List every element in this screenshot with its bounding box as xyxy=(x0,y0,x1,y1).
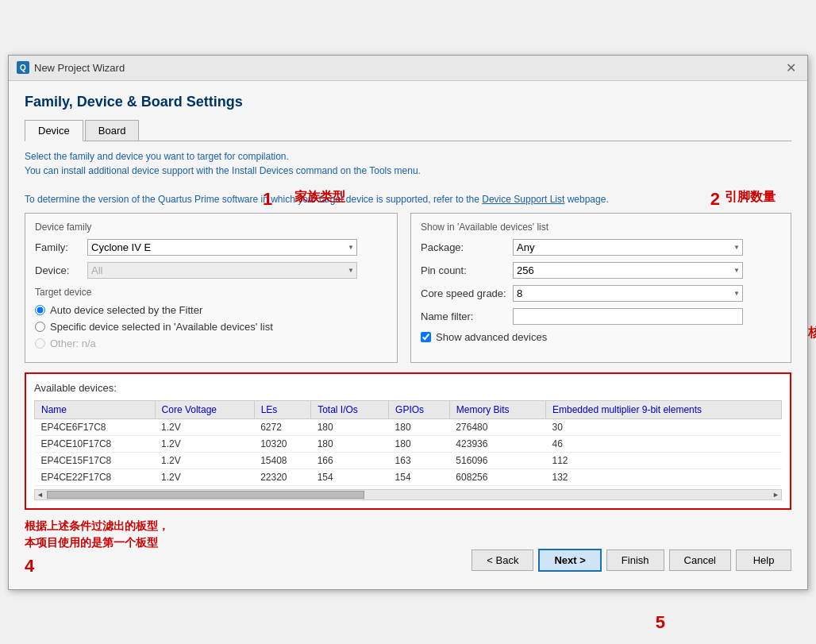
radio-auto-label: Auto device selected by the Fitter xyxy=(50,304,202,316)
family-field-row: Family: Cyclone IV E xyxy=(35,239,387,256)
annotation-1: 1 xyxy=(263,189,272,210)
device-label: Device: xyxy=(35,264,83,276)
col-core-voltage[interactable]: Core Voltage xyxy=(155,400,254,418)
tab-board[interactable]: Board xyxy=(85,120,140,141)
device-field-row: Device: All xyxy=(35,262,387,279)
table-row[interactable]: EP4CE6F17C8 1.2V 6272 180 180 276480 30 xyxy=(35,418,782,435)
app-icon: Q xyxy=(17,61,29,74)
radio-specific-input[interactable] xyxy=(35,322,45,332)
cell-core-voltage: 1.2V xyxy=(155,452,254,469)
table-row[interactable]: EP4CE10F17C8 1.2V 10320 180 180 423936 4… xyxy=(35,435,782,452)
cell-name: EP4CE15F17C8 xyxy=(35,452,156,469)
family-select[interactable]: Cyclone IV E xyxy=(87,239,357,256)
cell-gpios: 163 xyxy=(389,452,450,469)
device-table: Name Core Voltage LEs Total I/Os GPIOs M… xyxy=(34,400,782,486)
scroll-thumb[interactable] xyxy=(47,491,364,499)
page-title: Family, Device & Board Settings xyxy=(25,94,791,110)
tab-bar: Device Board xyxy=(25,120,791,141)
radio-other: Other: n/a xyxy=(35,337,387,349)
button-row: < Back Next > Finish Cancel Help xyxy=(472,544,791,577)
col-total-ios[interactable]: Total I/Os xyxy=(311,400,389,418)
device-select: All xyxy=(87,262,357,279)
main-window: Q New Project Wizard ✕ Family, Device & … xyxy=(8,55,808,590)
cell-total-ios: 180 xyxy=(311,418,389,435)
device-family-label: Device family xyxy=(35,222,387,233)
package-select[interactable]: Any xyxy=(513,239,743,256)
info-text-block: Select the family and device you want to… xyxy=(25,149,791,206)
bottom-note-line1: 根据上述条件过滤出的板型， xyxy=(25,519,169,532)
show-advanced-checkbox[interactable] xyxy=(421,332,431,342)
cancel-button[interactable]: Cancel xyxy=(669,550,731,571)
show-in-list-label: Show in 'Available devices' list xyxy=(421,222,781,233)
info-line-4-pre: To determine the version of the Quartus … xyxy=(25,194,482,205)
radio-specific: Specific device selected in 'Available d… xyxy=(35,321,387,333)
tab-device[interactable]: Device xyxy=(25,120,83,141)
radio-other-input xyxy=(35,338,45,349)
close-button[interactable]: ✕ xyxy=(783,60,799,75)
radio-group: Auto device selected by the Fitter Speci… xyxy=(35,304,387,349)
annotation-4: 4 xyxy=(25,556,34,577)
cell-embedded-mult: 30 xyxy=(546,418,782,435)
device-support-link[interactable]: Device Support List xyxy=(482,194,564,205)
col-name[interactable]: Name xyxy=(35,400,156,418)
annotation-label-1: 家族类型 xyxy=(294,189,345,206)
table-row[interactable]: EP4CE15F17C8 1.2V 15408 166 163 516096 1… xyxy=(35,452,782,469)
cell-les: 15408 xyxy=(254,452,310,469)
show-advanced-label: Show advanced devices xyxy=(436,331,547,343)
content-area: Family, Device & Board Settings Device B… xyxy=(9,81,807,589)
scroll-bar-horizontal[interactable]: ◄ ► xyxy=(34,489,782,500)
cell-embedded-mult: 46 xyxy=(546,435,782,452)
core-speed-select[interactable]: 8 xyxy=(513,285,743,302)
core-speed-field-row: Core speed grade: 8 xyxy=(421,285,781,302)
col-embedded-mult[interactable]: Embedded multiplier 9-bit elements xyxy=(546,400,782,418)
family-select-wrapper: Cyclone IV E xyxy=(87,239,357,256)
cell-name: EP4CE6F17C8 xyxy=(35,418,156,435)
available-devices-section: Available devices: Name Core Voltage LEs… xyxy=(25,372,791,510)
core-speed-label: Core speed grade: xyxy=(421,287,508,299)
col-les[interactable]: LEs xyxy=(254,400,310,418)
scroll-right-arrow[interactable]: ► xyxy=(771,491,781,499)
bottom-left-annotations: 根据上述条件过滤出的板型， 本项目使用的是第一个板型 4 xyxy=(25,518,169,577)
cell-total-ios: 166 xyxy=(311,452,389,469)
radio-specific-label: Specific device selected in 'Available d… xyxy=(50,321,273,333)
window-title: New Project Wizard xyxy=(34,62,125,74)
family-label: Family: xyxy=(35,241,83,253)
scroll-left-arrow[interactable]: ◄ xyxy=(35,491,45,499)
cell-gpios: 180 xyxy=(389,418,450,435)
bottom-area: 根据上述条件过滤出的板型， 本项目使用的是第一个板型 4 < Back Next… xyxy=(25,518,791,577)
info-line-1: Select the family and device you want to… xyxy=(25,151,289,162)
next-button[interactable]: Next > xyxy=(538,549,601,572)
core-speed-select-wrapper: 8 xyxy=(513,285,743,302)
cell-memory-bits: 423936 xyxy=(449,435,545,452)
info-line-4-post: webpage. xyxy=(564,194,608,205)
package-select-wrapper: Any xyxy=(513,239,743,256)
title-bar-left: Q New Project Wizard xyxy=(17,61,125,74)
name-filter-field-row: Name filter: xyxy=(421,308,781,325)
cell-total-ios: 154 xyxy=(311,469,389,485)
finish-button[interactable]: Finish xyxy=(606,550,664,571)
table-header-row: Name Core Voltage LEs Total I/Os GPIOs M… xyxy=(35,400,782,418)
help-button[interactable]: Help xyxy=(736,550,791,571)
package-field-row: Package: Any xyxy=(421,239,781,256)
device-select-wrapper: All xyxy=(87,262,357,279)
annotation-5: 5 xyxy=(656,612,665,633)
radio-other-label: Other: n/a xyxy=(50,337,96,349)
show-advanced-row: Show advanced devices xyxy=(421,331,781,343)
pin-count-select[interactable]: 256 xyxy=(513,262,743,279)
annotation-2: 2 xyxy=(710,189,720,210)
col-memory-bits[interactable]: Memory Bits xyxy=(449,400,545,418)
pin-count-label: Pin count: xyxy=(421,264,508,276)
back-button[interactable]: < Back xyxy=(472,550,533,571)
cell-name: EP4CE22F17C8 xyxy=(35,469,156,485)
radio-auto-input[interactable] xyxy=(35,305,45,315)
table-row[interactable]: EP4CE22F17C8 1.2V 22320 154 154 608256 1… xyxy=(35,469,782,485)
name-filter-input[interactable] xyxy=(513,308,743,325)
radio-auto: Auto device selected by the Fitter xyxy=(35,304,387,316)
cell-core-voltage: 1.2V xyxy=(155,435,254,452)
cell-name: EP4CE10F17C8 xyxy=(35,435,156,452)
annotation-4-container: 4 xyxy=(25,556,169,577)
device-family-panel: Device family Family: Cyclone IV E Devic… xyxy=(25,213,398,363)
core-speed-container: 3 核心速度等级 Core speed grade: 8 xyxy=(421,285,781,302)
annotation-label-2: 引脚数量 xyxy=(725,189,776,206)
col-gpios[interactable]: GPIOs xyxy=(389,400,450,418)
